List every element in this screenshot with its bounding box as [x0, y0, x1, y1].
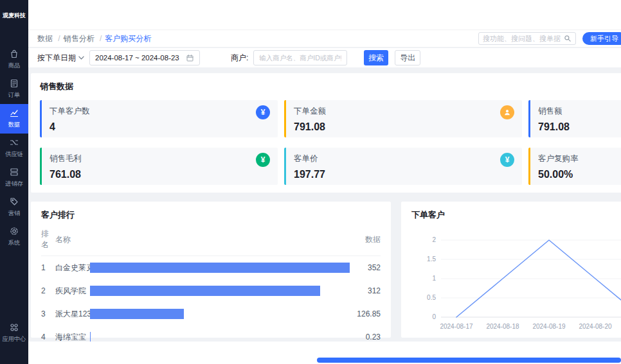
merchant-search-input[interactable]: [259, 54, 341, 62]
sidebar-item-label: 营销: [8, 209, 20, 218]
stat-label: 下单金额: [294, 106, 514, 117]
ranking-header-value: 数据: [355, 234, 381, 245]
sidebar-item-inventory[interactable]: 进销存: [0, 163, 28, 193]
orders-icon: [9, 78, 19, 89]
rank-number: 2: [41, 286, 55, 295]
top-whitespace: [28, 0, 621, 30]
stat-label: 销售额: [538, 106, 621, 117]
dashboard: 观麦科技 商品 订单 数据 供应链 进销存: [0, 0, 621, 364]
topbar: 数据 销售分析 客户购买分析 新手引导: [28, 30, 621, 48]
table-row: 3 派大星123 126.85: [41, 302, 381, 325]
customer-value: 312: [355, 286, 381, 295]
stat-value: 197.77: [294, 169, 514, 180]
svg-text:2024-08-20: 2024-08-20: [579, 323, 612, 330]
sidebar-item-orders[interactable]: 订单: [0, 74, 28, 104]
horizontal-scrollbar-thumb[interactable]: [317, 358, 621, 363]
stat-value: 791.08: [538, 121, 621, 133]
date-type-dropdown[interactable]: 按下单日期: [37, 53, 84, 64]
stat-card-order-customer-count: 下单客户数 4 ¥: [40, 100, 278, 137]
rank-number: 3: [41, 309, 55, 318]
breadcrumb: 数据 销售分析 客户购买分析: [37, 33, 151, 44]
search-icon[interactable]: [564, 35, 572, 42]
customer-value: 126.85: [355, 309, 381, 318]
date-range-picker[interactable]: [89, 50, 200, 65]
customer-name: 白金史莱克: [55, 263, 90, 273]
sidebar-item-goods[interactable]: 商品: [0, 45, 28, 74]
app-grid-icon: [9, 322, 19, 333]
supply-chain-icon: [9, 137, 19, 148]
yuan-icon: ¥: [256, 105, 270, 119]
stat-card-repurchase-rate: 客户复购率 50.00%: [528, 148, 621, 185]
order-customers-card: 下单客户 00.511.522024-08-172024-08-182024-0…: [401, 202, 621, 338]
svg-text:1: 1: [432, 275, 436, 282]
stat-label: 下单客户数: [50, 106, 270, 117]
app-logo: 观麦科技: [3, 13, 26, 19]
svg-text:2024-08-18: 2024-08-18: [486, 323, 519, 330]
merchant-search-box[interactable]: [253, 50, 347, 65]
table-row: 1 白金史莱克 352: [41, 256, 381, 279]
global-search-box[interactable]: [478, 32, 576, 45]
filter-bar: 按下单日期 商户: 搜索 导出: [28, 48, 621, 67]
rank-number: 1: [41, 263, 55, 272]
svg-text:2: 2: [432, 236, 436, 243]
export-button[interactable]: 导出: [395, 50, 420, 65]
stat-value: 50.00%: [538, 169, 621, 180]
stat-label: 销售毛利: [50, 153, 270, 164]
sidebar-item-label: 应用中心: [3, 334, 26, 343]
customer-value: 0.23: [355, 333, 381, 342]
sidebar-item-marketing[interactable]: 营销: [0, 193, 28, 222]
user-icon: [500, 105, 514, 119]
stat-card-sales-amount: 销售额 791.08: [528, 100, 621, 137]
ranking-header-name: 名称: [55, 234, 90, 245]
global-search-input[interactable]: [483, 35, 564, 42]
sidebar-item-label: 进销存: [5, 180, 23, 188]
beginner-guide-button[interactable]: 新手引导: [582, 32, 621, 45]
customer-value: 352: [355, 263, 381, 272]
breadcrumb-customer-purchase-analysis[interactable]: 客户购买分析: [105, 33, 151, 44]
sidebar-item-label: 商品: [8, 62, 20, 70]
stat-card-gross-profit: 销售毛利 761.08 ¥: [40, 148, 278, 185]
ranking-bar: [90, 309, 184, 319]
gear-icon: [9, 226, 19, 236]
date-range-input[interactable]: [95, 54, 182, 62]
sidebar-menu: 商品 订单 数据 供应链 进销存 营销: [0, 45, 28, 252]
stat-value: 4: [50, 121, 270, 133]
goods-icon: [9, 49, 19, 59]
stat-label: 客户复购率: [538, 153, 621, 164]
sidebar-item-label: 系统: [8, 239, 20, 247]
sales-section-title: 销售数据: [40, 81, 621, 92]
stat-card-avg-order-value: 客单价 197.77 ¥: [284, 148, 522, 185]
breadcrumb-sales-analysis[interactable]: 销售分析: [64, 33, 105, 44]
ranking-header-rank: 排名: [41, 229, 55, 250]
customer-name: 疾风学院: [55, 286, 90, 297]
stat-grid: 下单客户数 4 ¥ 下单金额 791.08 销售额 791.08 销售毛利 76…: [40, 100, 621, 185]
sidebar-item-supply-chain[interactable]: 供应链: [0, 134, 28, 163]
ranking-title: 客户排行: [41, 209, 381, 221]
sidebar: 观麦科技 商品 订单 数据 供应链 进销存: [0, 0, 28, 364]
customer-ranking-card: 客户排行 排名 名称 数据 1 白金史莱克 352 2 疾风学院 312 3 派…: [31, 202, 391, 338]
sidebar-item-app-center[interactable]: 应用中心: [0, 318, 28, 347]
customer-name: 派大星123: [55, 309, 90, 320]
ranking-bar: [90, 286, 320, 296]
date-type-label: 按下单日期: [37, 53, 76, 64]
ranking-bar: [90, 263, 350, 273]
sidebar-item-label: 订单: [8, 91, 20, 100]
inventory-icon: [9, 167, 19, 177]
stat-label: 客单价: [294, 153, 514, 164]
rank-number: 4: [41, 333, 55, 342]
sidebar-item-data[interactable]: 数据: [0, 104, 28, 134]
stat-card-order-amount: 下单金额 791.08: [284, 100, 522, 137]
sales-summary-card: 销售数据 下单客户数 4 ¥ 下单金额 791.08 销售额 791.08 销售…: [31, 73, 621, 193]
chevron-down-icon: [78, 56, 84, 60]
sidebar-item-system[interactable]: 系统: [0, 222, 28, 252]
marketing-icon: [9, 196, 19, 207]
merchant-label: 商户:: [231, 53, 248, 64]
yuan-icon: ¥: [500, 153, 514, 167]
chart-title: 下单客户: [411, 209, 621, 221]
search-button[interactable]: 搜索: [364, 50, 388, 65]
order-customers-line-chart: 00.511.522024-08-172024-08-182024-08-192…: [411, 227, 621, 338]
sidebar-item-label: 供应链: [5, 150, 23, 159]
yuan-icon: ¥: [256, 153, 270, 167]
svg-text:0: 0: [432, 313, 436, 320]
breadcrumb-data[interactable]: 数据: [37, 33, 64, 44]
